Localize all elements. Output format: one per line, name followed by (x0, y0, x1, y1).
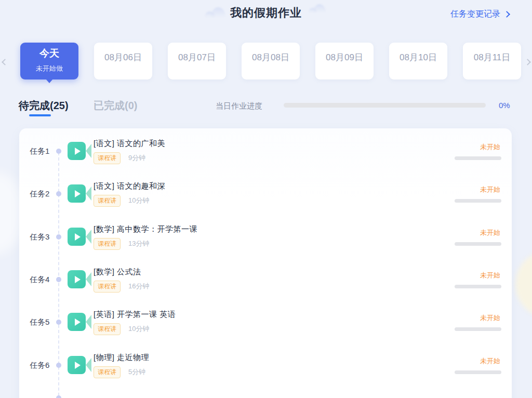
task-type-badge: 课程讲 (94, 195, 121, 207)
task-index-label: 任务2 (30, 189, 52, 199)
play-icon (68, 184, 86, 203)
task-title: [物理] 走近物理 (94, 353, 149, 363)
task-index-label: 任务5 (30, 317, 52, 327)
timeline-dot (56, 234, 61, 240)
camera-lens-icon (86, 187, 91, 201)
task-type-badge: 课程讲 (94, 323, 121, 335)
play-icon (68, 228, 86, 246)
tab-todo[interactable]: 待完成(25) (19, 99, 69, 113)
task-status-label: 未开始 (480, 271, 500, 280)
task-status-label: 未开始 (480, 142, 500, 152)
task-index-label: 任务3 (30, 232, 52, 242)
task-title: [数学] 公式法 (94, 267, 149, 277)
date-card-label: 08月08日 (252, 51, 289, 63)
task-progress-bar (455, 156, 501, 160)
task-progress-bar (455, 327, 501, 331)
date-card-label: 今天 (39, 47, 59, 60)
camera-lens-icon (86, 272, 91, 286)
video-lesson-icon[interactable] (68, 184, 92, 203)
task-change-log-label: 任务变更记录 (450, 9, 500, 20)
camera-lens-icon (86, 230, 91, 244)
date-card[interactable]: 08月08日 (242, 43, 300, 79)
date-card-label: 08月09日 (326, 51, 363, 63)
timeline-dot (56, 320, 61, 325)
task-row[interactable]: 任务3 [数学] 高中数学：开学第一课 课程讲 13分钟 未开始 (19, 216, 512, 258)
task-index-label: 任务6 (30, 361, 52, 370)
background-circle-decoration (515, 250, 532, 318)
task-row[interactable]: 任务2 [语文] 语文的趣和深 课程讲 10分钟 未开始 (19, 173, 512, 215)
task-duration: 5分钟 (128, 367, 145, 377)
timeline-dot (56, 277, 61, 282)
task-duration: 13分钟 (128, 239, 149, 248)
date-card-today[interactable]: 今天 未开始做 (20, 43, 78, 79)
task-duration: 10分钟 (128, 324, 149, 334)
task-status-label: 未开始 (480, 228, 500, 237)
video-lesson-icon[interactable] (68, 313, 92, 331)
task-type-badge: 课程讲 (94, 238, 121, 250)
play-icon (68, 356, 86, 374)
task-row[interactable]: 任务4 [数学] 公式法 课程讲 16分钟 未开始 (19, 258, 512, 301)
daily-progress-label: 当日作业进度 (216, 101, 262, 111)
date-selector: 今天 未开始做 08月06日 08月07日 08月08日 08月09日 08月1… (20, 43, 521, 79)
date-card-label: 08月07日 (178, 51, 216, 63)
task-type-badge: 课程讲 (94, 152, 121, 164)
task-title: [数学] 高中数学：开学第一课 (94, 224, 197, 234)
tab-done[interactable]: 已完成(0) (94, 99, 137, 113)
camera-lens-icon (86, 315, 91, 329)
tab-done-label: 已完成(0) (94, 100, 137, 111)
video-lesson-icon[interactable] (68, 270, 92, 289)
task-row[interactable]: 任务1 [语文] 语文的广和美 课程讲 9分钟 未开始 (19, 130, 512, 173)
daily-progress-value: 0% (499, 101, 510, 110)
video-lesson-icon[interactable] (68, 356, 92, 375)
date-card-label: 08月11日 (474, 51, 511, 63)
task-progress-bar (455, 285, 501, 288)
play-icon (68, 313, 86, 331)
chevron-right-icon (503, 11, 510, 18)
date-card-label: 08月06日 (104, 51, 142, 63)
task-duration: 9分钟 (128, 153, 145, 163)
task-title: [语文] 语文的广和美 (94, 139, 165, 149)
task-title: [英语] 开学第一课 英语 (94, 310, 176, 320)
task-status-label: 未开始 (480, 313, 500, 323)
task-progress-bar (455, 242, 501, 246)
video-lesson-icon[interactable] (68, 228, 92, 246)
date-card[interactable]: 08月07日 (168, 43, 226, 79)
task-change-log-link[interactable]: 任务变更记录 (450, 9, 509, 20)
task-title: [语文] 语文的趣和深 (94, 181, 165, 191)
task-status-label: 未开始 (480, 185, 500, 194)
date-card-label: 08月10日 (400, 51, 437, 63)
timeline-dot (56, 395, 61, 398)
chevron-right-icon (524, 59, 531, 65)
task-index-label: 任务1 (30, 147, 52, 156)
date-scroll-left-button[interactable] (1, 58, 8, 65)
date-card[interactable]: 08月10日 (389, 43, 447, 79)
task-progress-bar (455, 370, 501, 374)
task-status-label: 未开始 (480, 356, 500, 366)
active-tab-underline (29, 114, 51, 116)
timeline-dot (56, 149, 61, 154)
daily-progress-bar (284, 103, 486, 108)
date-card-sublabel: 未开始做 (36, 64, 63, 73)
date-card[interactable]: 08月09日 (315, 43, 374, 79)
camera-lens-icon (86, 144, 91, 158)
date-scroll-right-button[interactable] (524, 58, 531, 65)
timeline-dot (56, 191, 61, 196)
task-duration: 16分钟 (128, 282, 149, 291)
play-icon (68, 270, 86, 288)
task-type-badge: 课程讲 (94, 281, 121, 293)
task-row[interactable]: 任务5 [英语] 开学第一课 英语 课程讲 10分钟 未开始 (19, 301, 512, 343)
tab-todo-label: 待完成(25) (19, 100, 69, 111)
date-card[interactable]: 08月06日 (94, 43, 152, 79)
task-index-label: 任务4 (30, 275, 52, 285)
task-type-badge: 课程讲 (94, 366, 121, 378)
task-progress-bar (455, 199, 501, 203)
chevron-left-icon (2, 59, 8, 65)
timeline-dot (56, 363, 61, 368)
homework-page: 我的假期作业 任务变更记录 今天 未开始做 08月06日 08月07日 08月0… (0, 0, 532, 398)
task-duration: 10分钟 (128, 196, 149, 205)
play-icon (68, 142, 86, 160)
video-lesson-icon[interactable] (68, 142, 92, 161)
camera-lens-icon (86, 358, 91, 372)
date-card[interactable]: 08月11日 (463, 43, 521, 79)
task-row[interactable]: 任务6 [物理] 走近物理 课程讲 5分钟 未开始 (19, 344, 512, 387)
